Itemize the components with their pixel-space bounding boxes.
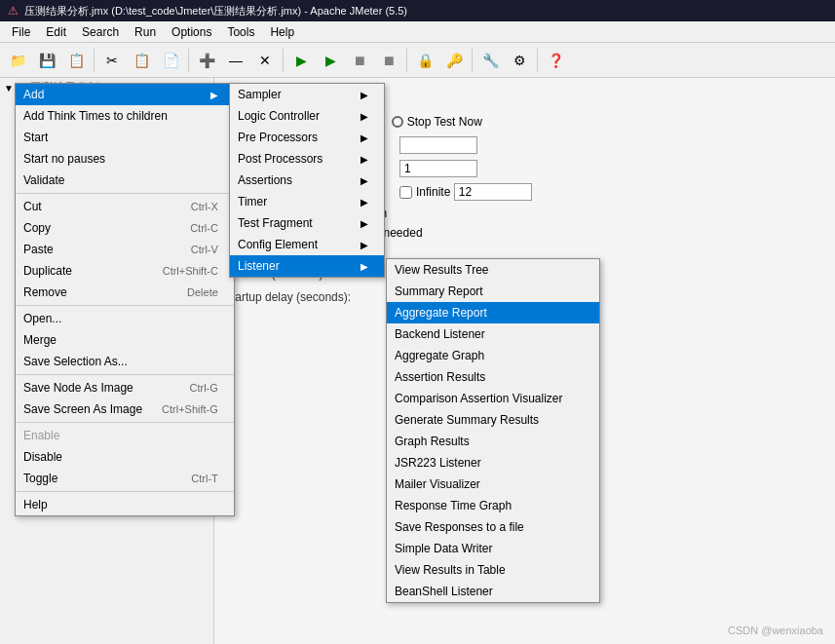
toolbar-copy2[interactable]: 📋 <box>62 47 90 74</box>
menu-help[interactable]: Help <box>262 23 302 41</box>
ctx-copy[interactable]: Copy Ctrl-C <box>16 217 234 239</box>
ctx-duplicate[interactable]: Duplicate Ctrl+Shift-C <box>16 260 234 282</box>
sub2-backend-listener[interactable]: Backend Listener <box>387 323 599 345</box>
toolbar-cut[interactable]: ✂ <box>98 47 126 74</box>
toolbar-copy[interactable]: 📋 <box>128 47 155 74</box>
menu-bar: File Edit Search Run Options Tools Help <box>0 21 835 43</box>
toolbar-remove[interactable]: — <box>222 47 249 74</box>
loop-input[interactable] <box>454 183 532 201</box>
sub2-response-time[interactable]: Response Time Graph <box>387 495 599 516</box>
stop-test-now-radio-circle <box>392 116 403 128</box>
sub2-comparison-assertion[interactable]: Comparison Assertion Visualizer <box>387 388 599 409</box>
ctx-cut[interactable]: Cut Ctrl-X <box>16 196 234 217</box>
sub2-view-results-table[interactable]: View Results in Table <box>387 559 599 581</box>
ctx-save-node[interactable]: Save Node As Image Ctrl-G <box>16 377 234 398</box>
toolbar-sep3 <box>283 49 284 72</box>
toolbar-new[interactable]: 📁 <box>4 47 31 74</box>
ctx-help[interactable]: Help <box>16 494 234 515</box>
sub2-aggregate-graph[interactable]: Aggregate Graph <box>387 345 599 366</box>
toolbar-add[interactable]: ➕ <box>193 47 220 74</box>
sub1-sampler[interactable]: Sampler ▶ <box>230 84 384 105</box>
toolbar-clear[interactable]: ✕ <box>251 47 279 74</box>
ctx-add-think-times[interactable]: Add Think Times to children <box>16 105 234 127</box>
sub2-generate-summary[interactable]: Generate Summary Results <box>387 409 599 431</box>
sub1-fragment[interactable]: Test Fragment ▶ <box>230 212 384 234</box>
sub2-simple-data[interactable]: Simple Data Writer <box>387 538 599 559</box>
sub2-jsr223[interactable]: JSR223 Listener <box>387 452 599 474</box>
ctx-toggle-shortcut: Ctrl-T <box>191 473 218 484</box>
sub1-logic-arrow: ▶ <box>361 111 368 122</box>
ctx-disable[interactable]: Disable <box>16 446 234 468</box>
menu-search[interactable]: Search <box>74 23 127 41</box>
ctx-save-screen-shortcut: Ctrl+Shift-G <box>162 403 218 415</box>
ctx-save-selection[interactable]: Save Selection As... <box>16 351 234 372</box>
sub2-summary-report[interactable]: Summary Report <box>387 281 599 302</box>
sub1-timer[interactable]: Timer ▶ <box>230 191 384 212</box>
sub1-config-arrow: ▶ <box>361 240 368 250</box>
sub1-assertions-arrow: ▶ <box>361 175 368 186</box>
ctx-start[interactable]: Start <box>16 127 234 148</box>
ctx-open[interactable]: Open... <box>16 308 234 329</box>
toolbar-template[interactable]: ⚙ <box>506 47 533 74</box>
sub1-post[interactable]: Post Processors ▶ <box>230 148 384 170</box>
title-bar: ⚠ 压测结果分析.jmx (D:\test_code\Jmeter\压测结果分析… <box>0 0 835 21</box>
threads-input[interactable] <box>399 136 477 154</box>
sub1-fragment-arrow: ▶ <box>361 218 368 229</box>
toolbar: 📁 💾 📋 ✂ 📋 📄 ➕ — ✕ ▶ ▶ ⏹ ⏹ 🔒 🔑 🔧 ⚙ ❓ <box>0 43 835 78</box>
ctx-merge[interactable]: Merge <box>16 329 234 351</box>
ctx-sep3 <box>16 374 234 375</box>
toolbar-run[interactable]: ▶ <box>287 47 315 74</box>
toolbar-help[interactable]: ❓ <box>542 47 569 74</box>
toolbar-paste[interactable]: 📄 <box>157 47 184 74</box>
startup-delay-label: Startup delay (seconds): <box>224 290 399 304</box>
ctx-start-no-pauses[interactable]: Start no pauses <box>16 148 234 170</box>
ctx-add-arrow: ▶ <box>210 90 218 100</box>
sub2-aggregate-report[interactable]: Aggregate Report <box>387 302 599 323</box>
toolbar-settings[interactable]: 🔧 <box>476 47 504 74</box>
menu-options[interactable]: Options <box>164 23 219 41</box>
ctx-save-screen[interactable]: Save Screen As Image Ctrl+Shift-G <box>16 398 234 420</box>
menu-edit[interactable]: Edit <box>38 23 74 41</box>
toolbar-sep2 <box>188 49 189 72</box>
toolbar-run-nopause[interactable]: ▶ <box>317 47 344 74</box>
sub1-listener[interactable]: Listener ▶ <box>230 255 384 277</box>
stop-test-now-radio[interactable]: Stop Test Now <box>392 115 482 129</box>
sub1-sampler-arrow: ▶ <box>361 90 368 100</box>
sub2-view-results-tree[interactable]: View Results Tree <box>387 259 599 281</box>
tree-arrow-root: ▼ <box>4 83 14 94</box>
main-layout: ▼ ⚠ 压测结果分析 ▼ ⚙ 界面... Thread Group Stop T… <box>0 78 835 644</box>
sub2-graph-results[interactable]: Graph Results <box>387 431 599 452</box>
title-text: 压测结果分析.jmx (D:\test_code\Jmeter\压测结果分析.j… <box>24 4 407 19</box>
sub1-logic[interactable]: Logic Controller ▶ <box>230 105 384 127</box>
ctx-remove[interactable]: Remove Delete <box>16 282 234 303</box>
submenu-listener[interactable]: View Results Tree Summary Report Aggrega… <box>386 258 600 603</box>
toolbar-stop2[interactable]: ⏹ <box>375 47 402 74</box>
toolbar-remote[interactable]: 🔒 <box>411 47 438 74</box>
toolbar-sep1 <box>94 49 95 72</box>
infinite-checkbox[interactable] <box>399 186 412 199</box>
sub1-pre[interactable]: Pre Processors ▶ <box>230 127 384 148</box>
toolbar-key[interactable]: 🔑 <box>440 47 468 74</box>
menu-file[interactable]: File <box>4 23 38 41</box>
sub2-beanshell[interactable]: BeanShell Listener <box>387 581 599 602</box>
ctx-sep4 <box>16 422 234 423</box>
ctx-paste[interactable]: Paste Ctrl-V <box>16 239 234 260</box>
toolbar-save[interactable]: 💾 <box>33 47 60 74</box>
submenu-add[interactable]: Sampler ▶ Logic Controller ▶ Pre Process… <box>229 83 385 278</box>
sub2-mailer[interactable]: Mailer Visualizer <box>387 474 599 495</box>
ctx-validate[interactable]: Validate <box>16 170 234 191</box>
context-menu-main[interactable]: Add ▶ Add Think Times to children Start … <box>15 83 235 516</box>
sub2-save-responses[interactable]: Save Responses to a file <box>387 516 599 538</box>
ctx-add[interactable]: Add ▶ <box>16 84 234 105</box>
toolbar-stop[interactable]: ⏹ <box>346 47 373 74</box>
rampup-input[interactable] <box>399 160 477 177</box>
ctx-paste-shortcut: Ctrl-V <box>191 244 218 255</box>
ctx-toggle[interactable]: Toggle Ctrl-T <box>16 468 234 489</box>
sub1-assertions[interactable]: Assertions ▶ <box>230 170 384 191</box>
sub2-assertion-results[interactable]: Assertion Results <box>387 366 599 388</box>
sub1-config[interactable]: Config Element ▶ <box>230 234 384 255</box>
menu-run[interactable]: Run <box>127 23 164 41</box>
stop-test-now-label: Stop Test Now <box>407 115 482 129</box>
watermark: CSDN @wenxiaoba <box>728 625 823 636</box>
menu-tools[interactable]: Tools <box>219 23 262 41</box>
